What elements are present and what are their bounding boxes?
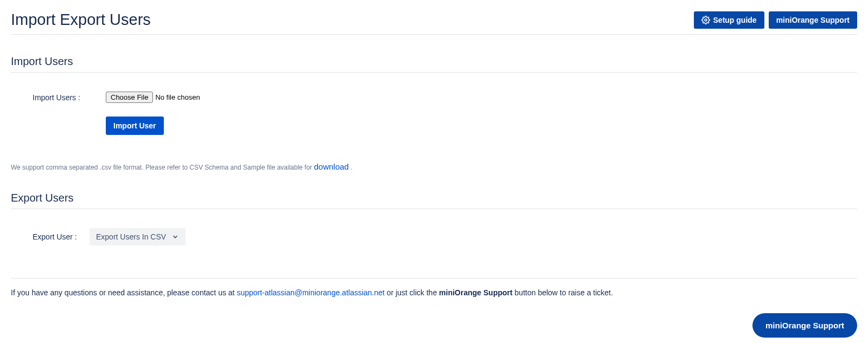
dropdown-selected-text: Export Users In CSV [96, 232, 166, 241]
footer-button-row: miniOrange Support [11, 313, 857, 338]
import-button-row: Import User [106, 117, 857, 135]
export-section-title: Export Users [11, 192, 857, 204]
support-email-link[interactable]: support-atlassian@miniorange.atlassian.n… [237, 288, 385, 297]
setup-guide-label: Setup guide [713, 16, 757, 24]
file-input-group: Choose File No file chosen [106, 92, 200, 103]
header-divider [11, 34, 857, 35]
export-row: Export User : Export Users In CSV [33, 228, 857, 245]
footer-middle: or just click the [385, 288, 439, 297]
import-user-button[interactable]: Import User [106, 117, 164, 135]
header-actions: Setup guide miniOrange Support [694, 11, 857, 29]
chevron-down-icon [171, 233, 179, 241]
footer-divider [11, 278, 857, 279]
help-prefix: We support comma separated .csv file for… [11, 164, 314, 171]
import-label: Import Users : [33, 93, 106, 102]
page-title: Import Export Users [11, 11, 151, 29]
support-label: miniOrange Support [776, 16, 850, 24]
svg-point-0 [705, 19, 707, 21]
help-suffix: . [349, 164, 353, 171]
import-help-text: We support comma separated .csv file for… [11, 162, 857, 171]
choose-file-button[interactable]: Choose File [106, 92, 153, 103]
gear-icon [701, 16, 710, 24]
support-button-footer[interactable]: miniOrange Support [752, 313, 857, 338]
footer-bold: miniOrange Support [439, 288, 512, 297]
footer-prefix: If you have any questions or need assist… [11, 288, 237, 297]
setup-guide-button[interactable]: Setup guide [694, 11, 764, 29]
page-header: Import Export Users Setup guide miniOran… [11, 11, 857, 29]
import-file-row: Import Users : Choose File No file chose… [33, 92, 857, 103]
footer-text: If you have any questions or need assist… [11, 288, 857, 297]
download-link[interactable]: download [314, 162, 349, 171]
import-divider [11, 72, 857, 73]
file-status-text: No file chosen [155, 93, 200, 101]
export-divider [11, 209, 857, 209]
footer-suffix: button below to raise a ticket. [513, 288, 613, 297]
export-label: Export User : [33, 232, 90, 241]
import-section-title: Import Users [11, 55, 857, 68]
support-button-header[interactable]: miniOrange Support [769, 11, 857, 29]
export-format-dropdown[interactable]: Export Users In CSV [90, 228, 186, 245]
